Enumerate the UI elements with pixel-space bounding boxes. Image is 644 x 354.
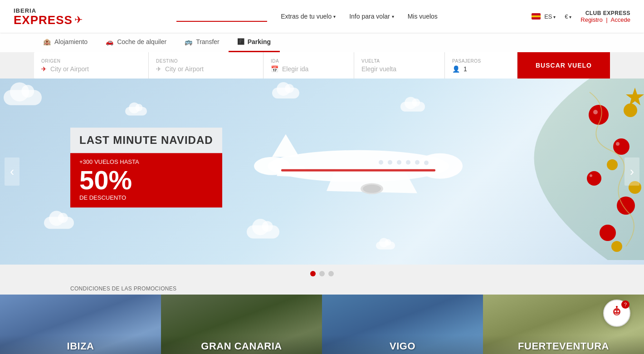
ida-label: IDA: [271, 59, 346, 64]
chat-badge: ?: [621, 300, 629, 309]
mis-vuelos-nav-item[interactable]: Mis vuelos: [408, 13, 438, 20]
ida-value: Elegir ida: [271, 65, 346, 73]
dest-card-gran-canaria[interactable]: GRAN CANARIA DESDE: [161, 295, 322, 354]
bus-icon: [185, 38, 192, 45]
ibiza-overlay: IBIZA DESDE: [0, 335, 161, 354]
promo-percent: 50%: [79, 167, 213, 193]
svg-point-4: [388, 160, 392, 165]
carousel-indicators: [0, 265, 644, 283]
promo-footer: DE DESCUENTO: [79, 194, 213, 201]
svg-point-3: [379, 160, 383, 165]
svg-rect-9: [281, 169, 435, 172]
promo-title-box: LAST MINUTE NAVIDAD: [70, 128, 222, 153]
carousel-dot-2[interactable]: [319, 271, 325, 276]
dest-card-ibiza[interactable]: IBIZA DESDE: [0, 295, 161, 354]
origin-plane-icon: [41, 65, 47, 73]
currency-label: €: [565, 13, 571, 20]
svg-point-18: [607, 159, 618, 170]
dest-card-vigo[interactable]: VIGO DESDE: [322, 295, 483, 354]
dest-plane-icon: [156, 65, 161, 73]
svg-point-5: [397, 160, 401, 165]
search-button[interactable]: BUSCAR VUELO: [517, 52, 610, 79]
logo[interactable]: IBERIA EXPRESS ✈: [14, 7, 83, 26]
vigo-overlay: VIGO DESDE: [322, 335, 483, 354]
svg-point-8: [424, 161, 429, 165]
cloud-6: [247, 226, 279, 239]
nav-search-bar[interactable]: [176, 11, 267, 22]
vuelta-field[interactable]: VUELTA Elegir vuelta: [354, 52, 445, 79]
svg-point-12: [589, 105, 609, 125]
main-nav: Extras de tu vuelo Info para volar Mis v…: [176, 11, 438, 22]
origen-field[interactable]: ORIGEN City or Airport: [34, 52, 149, 79]
tab-coche[interactable]: Coche de alquiler: [97, 33, 176, 52]
svg-point-16: [600, 225, 616, 241]
vuelta-label: VUELTA: [361, 59, 437, 64]
carousel-dot-3[interactable]: [328, 271, 334, 276]
pasajeros-field[interactable]: PASAJEROS 1: [445, 52, 517, 79]
header-right: ES € CLUB EXPRESS Registro | Accede: [532, 10, 630, 23]
registro-link[interactable]: Registro: [581, 16, 602, 23]
accede-link[interactable]: Accede: [611, 16, 630, 23]
svg-point-26: [615, 310, 616, 312]
svg-point-20: [611, 241, 622, 252]
parking-icon: [238, 38, 244, 45]
christmas-decoration: [454, 79, 644, 265]
hero-prev-button[interactable]: ‹: [5, 157, 20, 186]
carousel-dot-1[interactable]: [310, 271, 316, 276]
svg-point-27: [617, 310, 619, 312]
extras-nav-item[interactable]: Extras de tu vuelo: [281, 13, 336, 20]
club-express-label: CLUB EXPRESS: [581, 10, 630, 16]
airplane-graphic: [245, 121, 472, 213]
promo-title: LAST MINUTE NAVIDAD: [79, 134, 213, 146]
conditions-text[interactable]: CONDICIONES DE LAS PROMOCIONES: [0, 283, 644, 295]
language-selector[interactable]: ES: [532, 13, 556, 20]
svg-point-24: [590, 174, 592, 177]
ida-field[interactable]: IDA Elegir ida: [263, 52, 354, 79]
cloud-2: [125, 107, 147, 115]
promo-discount-box: +300 VUELOS HASTA 50% DE DESCUENTO: [70, 153, 222, 207]
cloud-5: [400, 102, 425, 112]
destino-value: City or Airport: [156, 65, 256, 73]
separator: |: [606, 16, 607, 23]
es-flag-icon: [532, 13, 541, 20]
pasajeros-value: 1: [452, 65, 510, 73]
destino-label: DESTINO: [156, 59, 256, 64]
svg-point-22: [593, 110, 598, 114]
vuelta-value: Elegir vuelta: [361, 65, 437, 73]
header: IBERIA EXPRESS ✈ Extras de tu vuelo Info…: [0, 0, 644, 33]
ida-calendar-icon: [271, 65, 278, 73]
chat-robot-icon: [610, 306, 624, 320]
svg-point-6: [406, 160, 410, 165]
fuerteventura-name: FUERTEVENTURA: [490, 340, 637, 352]
svg-point-29: [616, 306, 618, 308]
fuerteventura-overlay: FUERTEVENTURA DESDE: [483, 335, 644, 354]
chat-widget[interactable]: ?: [603, 300, 630, 327]
building-icon: [43, 38, 51, 45]
origen-value: City or Airport: [41, 65, 141, 73]
search-form: ORIGEN City or Airport DESTINO City or A…: [34, 52, 610, 79]
gran-canaria-name: GRAN CANARIA: [168, 340, 315, 352]
car-icon: [106, 38, 113, 45]
cloud-3: [44, 217, 74, 229]
destino-field[interactable]: DESTINO City or Airport: [149, 52, 263, 79]
info-nav-item[interactable]: Info para volar: [349, 13, 394, 20]
svg-point-14: [587, 171, 601, 186]
svg-point-11: [363, 185, 381, 193]
tab-transfer[interactable]: Transfer: [176, 33, 229, 52]
currency-selector[interactable]: €: [565, 13, 571, 20]
hero-next-button[interactable]: ›: [624, 157, 639, 186]
destination-cards: IBIZA DESDE GRAN CANARIA DESDE VIGO DESD…: [0, 295, 644, 354]
person-icon: [452, 65, 460, 73]
origen-label: ORIGEN: [41, 59, 141, 64]
svg-point-17: [624, 103, 637, 117]
promo-box: LAST MINUTE NAVIDAD +300 VUELOS HASTA 50…: [70, 128, 222, 207]
tab-parking[interactable]: Parking: [229, 33, 280, 52]
lang-label: ES: [544, 13, 556, 20]
tab-alojamiento[interactable]: Alojamiento: [34, 33, 97, 52]
promo-subtitle: +300 VUELOS HASTA: [79, 158, 213, 165]
iberia-bird-icon: ✈: [74, 14, 83, 26]
pasajeros-label: PASAJEROS: [452, 59, 510, 64]
svg-point-13: [613, 138, 629, 155]
tab-bar: Alojamiento Coche de alquiler Transfer P…: [0, 33, 644, 52]
vigo-name: VIGO: [329, 340, 476, 352]
